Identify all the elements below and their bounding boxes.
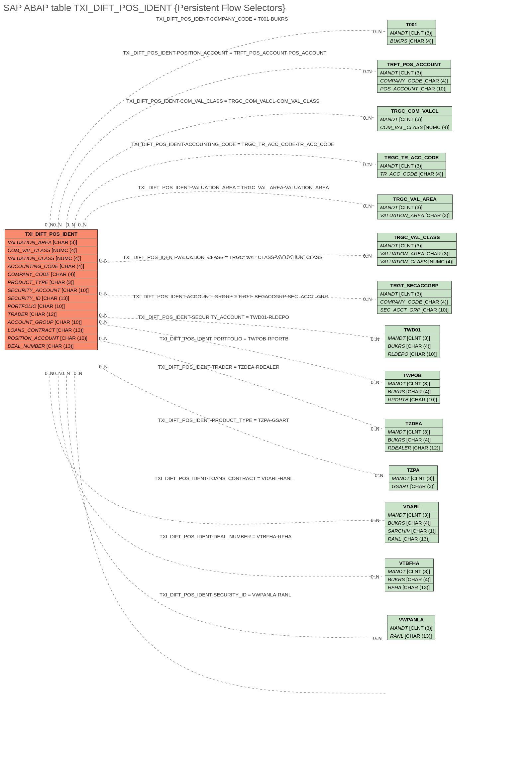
entity-main-field: PRODUCT_TYPE [CHAR (3)] [5,278,97,286]
entity-field: VALUATION_AREA [CHAR (3)] [378,250,456,258]
entity-field: BUKRS [CHAR (4)] [385,342,440,350]
cardinality-label: 0..N [53,371,62,376]
entity-main-field: VALUATION_CLASS [NUMC (4)] [5,254,97,262]
entity-main-field: ACCOUNTING_CODE [CHAR (4)] [5,262,97,270]
entity-name: VTBFHA [385,559,433,567]
cardinality-label: 0..N [78,222,87,228]
cardinality-label: 0..N [363,69,372,74]
cardinality-label: 0..N [373,636,382,641]
entity-name: TRGC_TR_ACC_CODE [378,153,445,162]
cardinality-label: 0..N [371,426,380,431]
entity-field: SEC_ACCT_GRP [CHAR (10)] [378,306,451,314]
entity-field: MANDT [CLNT (3)] [378,290,451,298]
cardinality-label: 0..N [99,258,108,263]
relationship-label: TXI_DIFT_POS_IDENT-ACCOUNTING_CODE = TRG… [131,141,334,147]
cardinality-label: 0..N [371,518,380,523]
entity-name: T001 [388,20,436,29]
entity-twd01: TWD01MANDT [CLNT (3)]BUKRS [CHAR (4)]RLD… [385,325,440,358]
entity-vtbfha: VTBFHAMANDT [CLNT (3)]BUKRS [CHAR (4)]RF… [385,558,434,591]
diagram-title: SAP ABAP table TXI_DIFT_POS_IDENT {Persi… [3,3,285,13]
entity-field: SARCHIV [CHAR (1)] [385,527,438,535]
entity-name: TWPOB [385,371,440,380]
cardinality-label: 0..N [99,319,108,325]
cardinality-label: 0..N [375,473,384,478]
cardinality-label: 0..N [45,371,54,376]
entity-field: VALUATION_AREA [CHAR (3)] [378,212,452,219]
relationship-label: TXI_DIFT_POS_IDENT-COM_VAL_CLASS = TRGC_… [126,98,319,104]
entity-field: POS_ACCOUNT [CHAR (10)] [378,85,450,92]
entity-main-field: POSITION_ACCOUNT [CHAR (10)] [5,334,97,342]
relationship-label: TXI_DIFT_POS_IDENT-TRADER = TZDEA-RDEALE… [158,364,279,370]
entity-field: RFHA [CHAR (13)] [385,583,433,591]
cardinality-label: 0..N [371,380,380,385]
relationship-label: TXI_DIFT_POS_IDENT-PRODUCT_TYPE = TZPA-G… [158,417,289,423]
entity-name: TWD01 [385,326,440,334]
entity-field: MANDT [CLNT (3)] [378,69,450,77]
cardinality-label: 0..N [371,337,380,342]
cardinality-label: 0..N [363,162,372,167]
entity-field: BUKRS [CHAR (4)] [385,575,433,583]
entity-tzdea: TZDEAMANDT [CLNT (3)]BUKRS [CHAR (4)]RDE… [385,419,443,452]
cardinality-label: 0..N [371,574,380,579]
entity-main-field: SECURITY_ID [CHAR (13)] [5,294,97,302]
entity-field: MANDT [CLNT (3)] [385,380,440,387]
entity-name: TRGC_VAL_CLASS [378,233,456,242]
entity-field: MANDT [CLNT (3)] [385,334,440,342]
entity-field: MANDT [CLNT (3)] [389,474,437,482]
entity-name: TRFT_POS_ACCOUNT [378,60,450,69]
entity-name: TRGC_VAL_AREA [378,195,452,204]
entity-main-name: TXI_DIFT_POS_IDENT [5,230,97,238]
entity-field: BUKRS [CHAR (4)] [385,519,438,527]
entity-field: RLDEPO [CHAR (10)] [385,350,440,358]
entity-name: TRGT_SECACCGRP [378,281,451,290]
relationship-label: TXI_DIFT_POS_IDENT-SECURITY_ID = VWPANLA… [159,592,291,597]
entity-name: TZPA [389,466,437,474]
cardinality-label: 0..N [363,253,372,259]
entity-name: TZDEA [385,419,443,428]
entity-trft_pos_account: TRFT_POS_ACCOUNTMANDT [CLNT (3)]COMPANY_… [377,60,451,93]
entity-field: RPORTB [CHAR (10)] [385,395,440,403]
cardinality-label: 0..N [67,222,75,228]
entity-field: MANDT [CLNT (3)] [378,242,456,250]
entity-field: MANDT [CLNT (3)] [385,511,438,519]
entity-field: MANDT [CLNT (3)] [378,162,445,170]
cardinality-label: 0..N [99,364,108,370]
entity-main-field: VALUATION_AREA [CHAR (3)] [5,238,97,246]
entity-field: BUKRS [CHAR (4)] [388,37,436,45]
entity-field: MANDT [CLNT (3)] [378,115,452,123]
entity-name: VDARL [385,502,438,511]
entity-field: COM_VAL_CLASS [NUMC (4)] [378,123,452,131]
entity-field: VALUATION_CLASS [NUMC (4)] [378,258,456,265]
cardinality-label: 0..N [74,371,83,376]
relationship-label: TXI_DIFT_POS_IDENT-SECURITY_ACCOUNT = TW… [138,314,289,320]
entity-main-field: COM_VAL_CLASS [NUMC (4)] [5,246,97,254]
entity-field: BUKRS [CHAR (4)] [385,387,440,395]
entity-main-field: PORTFOLIO [CHAR (10)] [5,302,97,310]
entity-field: GSART [CHAR (3)] [389,482,437,490]
relationship-label: TXI_DIFT_POS_IDENT-DEAL_NUMBER = VTBFHA-… [159,534,291,539]
entity-main-field: ACCOUNT_GROUP [CHAR (10)] [5,318,97,326]
entity-field: TR_ACC_CODE [CHAR (4)] [378,170,445,178]
entity-field: MANDT [CLNT (3)] [385,567,433,575]
cardinality-label: 0..N [363,204,372,209]
relationship-label: TXI_DIFT_POS_IDENT-PORTFOLIO = TWPOB-RPO… [159,336,288,342]
entity-field: MANDT [CLNT (3)] [378,204,452,212]
relationship-label: TXI_DIFT_POS_IDENT-POSITION_ACCOUNT = TR… [123,50,326,56]
entity-trgt_secaccgrp: TRGT_SECACCGRPMANDT [CLNT (3)]COMPANY_CO… [377,281,451,314]
cardinality-label: 0..N [45,222,54,228]
relationship-label: TXI_DIFT_POS_IDENT-VALUATION_CLASS = TRG… [123,254,323,260]
entity-trgc_tr_acc_code: TRGC_TR_ACC_CODEMANDT [CLNT (3)]TR_ACC_C… [377,153,446,178]
entity-t001: T001MANDT [CLNT (3)]BUKRS [CHAR (4)] [387,20,436,45]
entity-main: TXI_DIFT_POS_IDENT VALUATION_AREA [CHAR … [5,230,98,350]
entity-tzpa: TZPAMANDT [CLNT (3)]GSART [CHAR (3)] [389,465,438,490]
entity-field: MANDT [CLNT (3)] [385,428,443,436]
entity-main-field: DEAL_NUMBER [CHAR (13)] [5,342,97,350]
entity-main-field: TRADER [CHAR (12)] [5,310,97,318]
cardinality-label: 0..N [373,29,382,34]
entity-field: RANL [CHAR (13)] [385,535,438,542]
entity-main-field: COMPANY_CODE [CHAR (4)] [5,270,97,278]
entity-name: VWPANLA [388,615,435,624]
entity-main-field: SECURITY_ACCOUNT [CHAR (10)] [5,286,97,294]
entity-main-field: LOANS_CONTRACT [CHAR (13)] [5,326,97,334]
entity-trgc_val_class: TRGC_VAL_CLASSMANDT [CLNT (3)]VALUATION_… [377,233,456,266]
